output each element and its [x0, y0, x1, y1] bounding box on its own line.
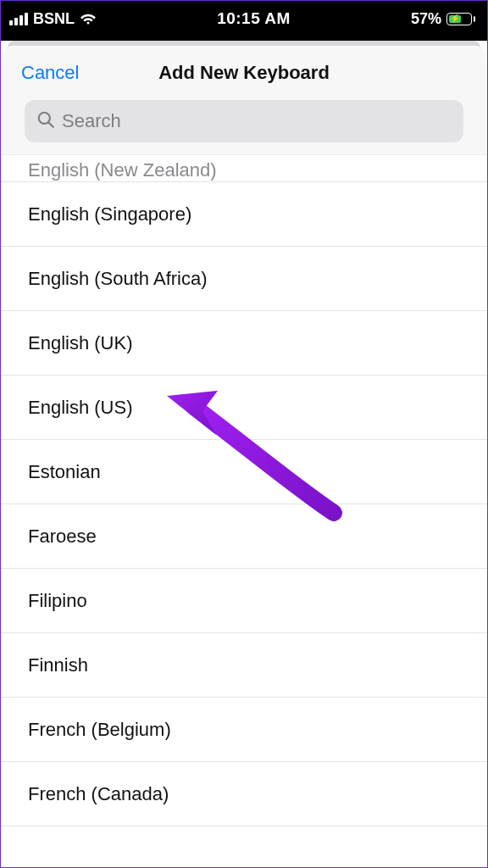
list-item[interactable]: English (UK)	[1, 311, 487, 376]
battery-pct: 57%	[411, 10, 441, 28]
list-item[interactable]: French (Belgium)	[1, 698, 487, 762]
nav-bar: Cancel Add New Keyboard	[1, 46, 487, 100]
wifi-icon	[80, 12, 97, 30]
page-title: Add New Keyboard	[158, 62, 330, 84]
status-bar: BSNL 10:15 AM 57% ⚡	[1, 1, 487, 36]
signal-icon	[9, 13, 28, 25]
list-item[interactable]: Estonian	[1, 440, 487, 504]
svg-line-1	[49, 123, 53, 127]
svg-point-0	[39, 113, 50, 124]
keyboard-list[interactable]: English (New Zealand) English (Singapore…	[1, 154, 487, 826]
search-icon	[36, 110, 55, 132]
list-item[interactable]: Filipino	[1, 569, 487, 633]
clock: 10:15 AM	[217, 9, 291, 28]
list-item[interactable]: French (Canada)	[1, 762, 487, 826]
carrier-label: BSNL	[33, 10, 75, 28]
list-item[interactable]: English (US)	[1, 376, 487, 440]
list-item[interactable]: English (South Africa)	[1, 247, 487, 311]
cancel-button[interactable]: Cancel	[21, 62, 79, 84]
battery-icon: ⚡	[446, 13, 475, 25]
list-item[interactable]: Finnish	[1, 633, 487, 698]
list-item[interactable]: English (Singapore)	[1, 182, 487, 247]
search-input[interactable]	[62, 110, 452, 132]
list-item[interactable]: English (New Zealand)	[1, 155, 487, 182]
list-item[interactable]: Faroese	[1, 504, 487, 569]
search-field[interactable]	[25, 100, 463, 142]
